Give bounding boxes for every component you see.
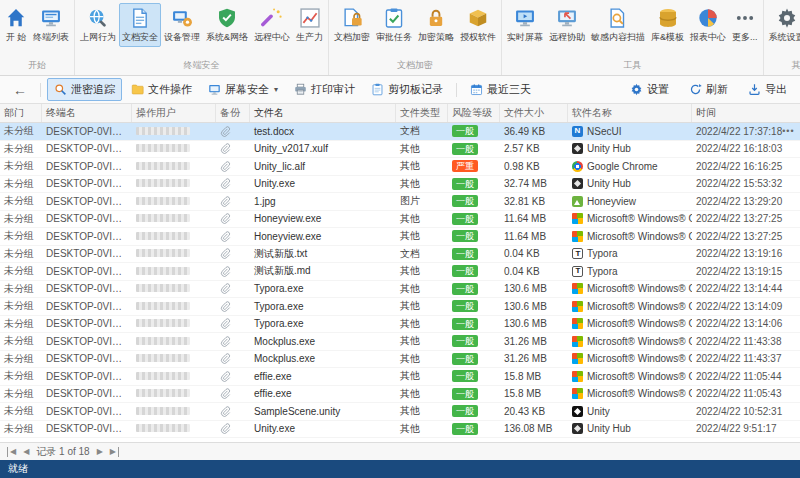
table-row[interactable]: 未分组 DESKTOP-0VIDMDJ Mockplus.exe 其他 一般 3… [0, 333, 800, 351]
column-header-9[interactable]: 时间 [692, 104, 800, 122]
back-button[interactable]: ← [6, 80, 34, 100]
ribbon-item-licensed-software[interactable]: 授权软件 [457, 3, 499, 47]
table-row[interactable]: 未分组 DESKTOP-0VIDMDJ 测试新版.md 其他 一般 0.04 K… [0, 263, 800, 281]
cell-backup[interactable] [216, 371, 250, 382]
cell-backup[interactable] [216, 336, 250, 347]
cell-filesize: 31.26 MB [500, 353, 568, 364]
cell-backup[interactable] [216, 248, 250, 259]
ribbon-item-doc-encrypt[interactable]: 文档加密 [331, 3, 373, 47]
column-header-6[interactable]: 风险等级 [448, 104, 500, 122]
table-row[interactable]: 未分组 DESKTOP-0VIDMDJ Honeyview.exe 其他 一般 … [0, 228, 800, 246]
ribbon-item-sensitive-scan[interactable]: 敏感内容扫描 [588, 3, 648, 47]
toolbar-button-screen-security[interactable]: 屏幕安全▾ [201, 78, 285, 101]
table-row[interactable]: 未分组 DESKTOP-0VIDMDJ Typora.exe 其他 一般 130… [0, 281, 800, 299]
cell-risk: 一般 [448, 318, 500, 330]
approval-task-icon [383, 7, 405, 29]
cell-backup[interactable] [216, 423, 250, 434]
table-row[interactable]: 未分组 DESKTOP-0VIDMDJ effie.exe 其他 一般 15.8… [0, 386, 800, 404]
table-row[interactable]: 未分组 DESKTOP-0VIDMDJ Typora.exe 其他 一般 130… [0, 316, 800, 334]
cell-backup[interactable] [216, 283, 250, 294]
ribbon-item-productivity[interactable]: 生产力 [293, 3, 326, 47]
cell-backup[interactable] [216, 301, 250, 312]
dropdown-caret-icon: ▾ [274, 85, 278, 94]
column-header-4[interactable]: 文件名 [250, 104, 396, 122]
cell-backup[interactable] [216, 406, 250, 417]
column-header-2[interactable]: 操作用户 [132, 104, 216, 122]
table-row[interactable]: 未分组 DESKTOP-0VIDMDJ 1.jpg 图片 一般 32.81 KB… [0, 193, 800, 211]
ribbon-item-remote-assist[interactable]: 远程协助 [546, 3, 588, 47]
ribbon-item-system-network[interactable]: 系统&网络 [203, 3, 251, 47]
ribbon-item-encrypt-policy[interactable]: 加密策略 [415, 3, 457, 47]
column-header-8[interactable]: 软件名称 [568, 104, 692, 122]
column-header-5[interactable]: 文件类型 [396, 104, 448, 122]
cell-backup[interactable] [216, 196, 250, 207]
last-page-button[interactable]: ▶ [110, 447, 119, 457]
ribbon-item-report-center[interactable]: 报表中心 [687, 3, 729, 47]
first-page-button[interactable]: ◀ [7, 447, 16, 457]
cell-backup[interactable] [216, 266, 250, 277]
toolbar-button-recent-days[interactable]: 最近三天 [463, 78, 538, 101]
ribbon-item-more[interactable]: 更多... [729, 3, 761, 47]
column-header-1[interactable]: 终端名 [42, 104, 132, 122]
cell-backup[interactable] [216, 161, 250, 172]
toolbar-button-export[interactable]: 导出 [741, 78, 794, 101]
toolbar-button-file-operations[interactable]: 文件操作 [124, 78, 199, 101]
row-more-button[interactable]: ••• [782, 126, 796, 136]
paperclip-icon [220, 161, 231, 172]
cell-filename: Unity_lic.alf [250, 161, 396, 172]
windows-software-icon [572, 336, 583, 347]
cell-backup[interactable] [216, 388, 250, 399]
ribbon-item-label: 终端列表 [33, 31, 69, 44]
cell-backup[interactable] [216, 178, 250, 189]
table-row[interactable]: 未分组 DESKTOP-0VIDMDJ Honeyview.exe 其他 一般 … [0, 211, 800, 229]
cell-user [132, 196, 216, 207]
next-page-button[interactable]: ▶ [97, 447, 103, 457]
ribbon-item-doc-security[interactable]: 文档安全 [119, 3, 161, 47]
software-name: Unity Hub [587, 143, 631, 154]
toolbar-button-leak-trace[interactable]: 泄密追踪 [47, 78, 122, 101]
toolbar-button-clipboard-record[interactable]: 剪切板记录 [364, 78, 450, 101]
ribbon-item-system-settings[interactable]: 系统设置 [766, 3, 800, 47]
prev-page-button[interactable]: ◀ [23, 447, 29, 457]
column-header-0[interactable]: 部门 [0, 104, 42, 122]
unityhub-software-icon [572, 423, 583, 434]
ribbon-item-start[interactable]: 开 始 [2, 3, 30, 47]
cell-backup[interactable] [216, 353, 250, 364]
cell-department: 未分组 [0, 387, 42, 401]
table-row[interactable]: 未分组 DESKTOP-0VIDMDJ Unity_v2017.xulf 其他 … [0, 141, 800, 159]
ribbon-item-device-manage[interactable]: 设备管理 [161, 3, 203, 47]
table-row[interactable]: 未分组 DESKTOP-0VIDMDJ SampleScene.unity 其他… [0, 403, 800, 421]
ribbon-item-remote-center[interactable]: 远程中心 [251, 3, 293, 47]
ribbon-item-approval-task[interactable]: 审批任务 [373, 3, 415, 47]
risk-badge: 一般 [452, 230, 478, 242]
column-header-7[interactable]: 文件大小 [500, 104, 568, 122]
table-row[interactable]: 未分组 DESKTOP-0VIDMDJ Typora.exe 其他 一般 130… [0, 298, 800, 316]
ribbon-item-terminal-list[interactable]: 终端列表 [30, 3, 72, 47]
toolbar-button-settings[interactable]: 设置 [623, 78, 676, 101]
cell-backup[interactable] [216, 318, 250, 329]
cell-backup[interactable] [216, 126, 250, 137]
table-row[interactable]: 未分组 DESKTOP-0VIDMDJ Mockplus.exe 其他 一般 3… [0, 351, 800, 369]
software-name: Honeyview [587, 196, 636, 207]
column-header-3[interactable]: 备份 [216, 104, 250, 122]
table-row[interactable]: 未分组 DESKTOP-0VIDMDJ test.docx 文档 一般 36.4… [0, 123, 800, 141]
table-row[interactable]: 未分组 DESKTOP-0VIDMDJ Unity.exe 其他 一般 32.7… [0, 176, 800, 194]
cell-backup[interactable] [216, 143, 250, 154]
ribbon-item-realtime-screen[interactable]: 实时屏幕 [504, 3, 546, 47]
settings-icon [776, 7, 798, 29]
cell-time: 2022/4/22 13:27:25 [692, 213, 800, 224]
cell-risk: 一般 [448, 388, 500, 400]
table-row[interactable]: 未分组 DESKTOP-0VIDMDJ effie.exe 其他 一般 15.8… [0, 368, 800, 386]
toolbar-button-print-audit[interactable]: 打印审计 [287, 78, 362, 101]
ribbon-item-library-template[interactable]: 库&模板 [648, 3, 687, 47]
table-row[interactable]: 未分组 DESKTOP-0VIDMDJ Unity.exe 其他 一般 136.… [0, 421, 800, 439]
paperclip-icon [220, 406, 231, 417]
table-row[interactable]: 未分组 DESKTOP-0VIDMDJ 测试新版.txt 文档 一般 0.04 … [0, 246, 800, 264]
toolbar-button-refresh[interactable]: 刷新 [682, 78, 735, 101]
time-text: 2022/4/22 13:19:16 [696, 248, 782, 259]
cell-backup[interactable] [216, 213, 250, 224]
cell-backup[interactable] [216, 231, 250, 242]
ribbon-item-web-behavior[interactable]: 上网行为 [77, 3, 119, 47]
cell-software: Microsoft® Windows® Oper... [568, 301, 692, 312]
table-row[interactable]: 未分组 DESKTOP-0VIDMDJ Unity_lic.alf 其他 严重 … [0, 158, 800, 176]
